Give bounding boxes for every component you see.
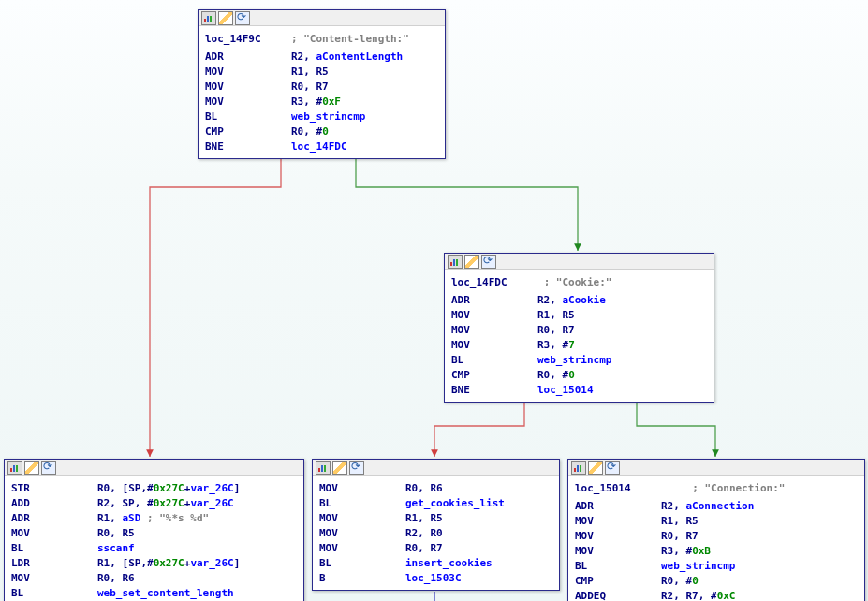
chart-icon[interactable] (316, 461, 331, 475)
mnemonic: BL (11, 542, 23, 554)
node-titlebar (5, 460, 303, 476)
operand-sep: , (673, 500, 685, 512)
operand-sym[interactable]: loc_14FDC (291, 140, 347, 153)
operand-sym[interactable]: aSD (123, 512, 141, 524)
refresh-icon[interactable] (349, 461, 364, 475)
operand-num: 0 (322, 125, 329, 138)
operand-sep: , (550, 324, 562, 336)
mnemonic: BL (319, 497, 331, 509)
operand-reg: R5 (431, 512, 443, 524)
node-titlebar (568, 460, 864, 476)
operand-sep: , (110, 527, 122, 539)
operand-sym[interactable]: loc_1503C (405, 572, 462, 584)
mnemonic: BL (11, 587, 23, 599)
mnemonic: ADD (11, 497, 30, 509)
operand-sep: , (303, 95, 316, 108)
operand-reg: R5 (563, 309, 575, 321)
chart-icon[interactable] (7, 461, 22, 475)
mnemonic: ADR (575, 500, 594, 512)
block-label: loc_15014 (575, 482, 631, 494)
operand-num: 0xF (322, 95, 341, 108)
operand-reg: R1 (661, 515, 673, 527)
operand-sep: , (110, 512, 122, 524)
disassembly-body: loc_15014; "Connection:"ADRR2, aConnecti… (568, 476, 864, 601)
operand-sym[interactable]: aContentLength (316, 51, 404, 63)
operand-sym[interactable]: var_26C (190, 557, 233, 569)
operand-sym[interactable]: web_strincmp (661, 560, 735, 572)
edit-icon[interactable] (332, 461, 347, 475)
operand-sym[interactable]: aConnection (686, 500, 755, 512)
refresh-icon[interactable] (235, 11, 250, 25)
operand-sym[interactable]: var_26C (190, 482, 233, 494)
operand-sep: , (418, 512, 430, 524)
operand-sep: ,# (140, 482, 153, 494)
block-content-length-parse[interactable]: STRR0, [SP,#0x27C+var_26C]ADDR2, SP, #0x… (4, 459, 304, 601)
operand-sym[interactable]: sscanf (97, 542, 135, 554)
operand-reg: R6 (123, 572, 135, 584)
operand-sym[interactable]: aCookie (563, 294, 606, 306)
operand-sep: , (303, 125, 316, 138)
chart-icon[interactable] (201, 11, 216, 25)
mnemonic: MOV (11, 527, 30, 539)
mnemonic: MOV (575, 530, 594, 542)
operand-sep: , (550, 294, 562, 306)
mnemonic: MOV (205, 95, 224, 108)
operand-sep: , (110, 497, 122, 509)
disassembly-body: loc_14FDC; "Cookie:"ADRR2, aCookieMOVR1,… (445, 270, 714, 402)
edit-icon[interactable] (588, 461, 603, 475)
block-loc-14FDC[interactable]: loc_14FDC; "Cookie:"ADRR2, aCookieMOVR1,… (444, 253, 714, 403)
edit-icon[interactable] (24, 461, 39, 475)
operand-sep: , [ (110, 482, 128, 494)
operand-sep: , (418, 482, 430, 494)
operand-reg: R1 (97, 557, 110, 569)
mnemonic: B (319, 572, 326, 584)
block-loc-14F9C[interactable]: loc_14F9C; "Content-length:"ADRR2, aCont… (198, 9, 446, 159)
mnemonic: MOV (451, 339, 470, 351)
mnemonic: MOV (319, 512, 338, 524)
node-titlebar (313, 460, 559, 476)
operand-sym[interactable]: web_set_content_length (97, 587, 234, 599)
mnemonic: BL (451, 354, 463, 366)
chart-icon[interactable] (448, 255, 463, 269)
mnemonic: ADR (205, 51, 224, 63)
refresh-icon[interactable] (605, 461, 620, 475)
node-titlebar (199, 10, 445, 26)
block-comment: ; "Cookie:" (544, 276, 612, 288)
edit-icon[interactable] (218, 11, 233, 25)
refresh-icon[interactable] (41, 461, 56, 475)
mnemonic: LDR (11, 557, 30, 569)
operand-sep: , (673, 590, 685, 601)
operand-reg: R0 (291, 125, 303, 138)
mnemonic: ADR (451, 294, 470, 306)
operand-sym[interactable]: var_26C (190, 497, 233, 509)
operand-sym[interactable]: insert_cookies (405, 557, 493, 569)
disassembly-body: MOVR0, R6BLget_cookies_listMOVR1, R5MOVR… (313, 476, 559, 590)
operand-reg: R2 (661, 500, 673, 512)
block-label: loc_14F9C (205, 33, 261, 45)
operand-sym[interactable]: get_cookies_list (405, 497, 505, 509)
operand-reg: R1 (405, 512, 418, 524)
operand-reg: R0 (97, 527, 110, 539)
mnemonic: MOV (205, 81, 224, 93)
operand-sep: , (699, 590, 711, 601)
edit-icon[interactable] (464, 255, 479, 269)
operand-num: 0x27C (154, 497, 184, 509)
block-loc-15014[interactable]: loc_15014; "Connection:"ADRR2, aConnecti… (567, 459, 865, 601)
operand-reg: R3 (291, 95, 303, 108)
operand-sym[interactable]: loc_15014 (537, 384, 594, 396)
operand-sym[interactable]: web_strincmp (291, 110, 365, 123)
mnemonic: BL (575, 560, 587, 572)
operand-sep: , (673, 575, 685, 587)
operand-num: 0xB (692, 545, 711, 557)
block-comment: ; "Connection:" (692, 482, 785, 494)
mnemonic: MOV (205, 66, 224, 78)
block-comment: ; "Content-length:" (291, 33, 409, 45)
mnemonic: MOV (319, 542, 338, 554)
operand-sym[interactable]: web_strincmp (537, 354, 611, 366)
operand-sep: , (673, 530, 685, 542)
block-cookies[interactable]: MOVR0, R6BLget_cookies_listMOVR1, R5MOVR… (312, 459, 560, 591)
chart-icon[interactable] (571, 461, 586, 475)
refresh-icon[interactable] (481, 255, 496, 269)
operand-reg: R2 (405, 527, 418, 539)
operand-reg: R0 (661, 575, 673, 587)
